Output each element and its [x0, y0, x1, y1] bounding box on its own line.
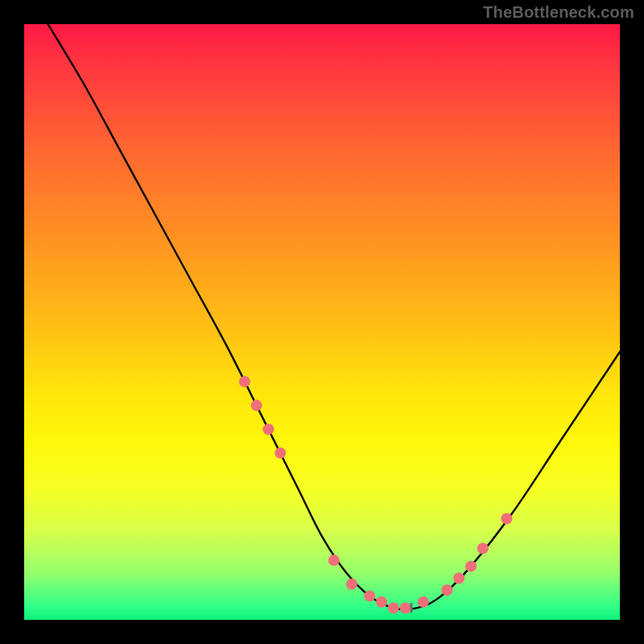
highlighted-point — [376, 597, 387, 608]
highlighted-point — [418, 597, 429, 608]
highlighted-point — [465, 560, 477, 572]
highlighted-point — [477, 543, 489, 554]
highlighted-point — [239, 376, 250, 387]
highlighted-point — [275, 448, 286, 459]
chart-frame: TheBottleneck.com — [0, 0, 644, 644]
highlighted-point — [251, 400, 262, 411]
highlighted-point — [400, 602, 411, 613]
minimum-tick-mark — [411, 603, 413, 613]
highlighted-point — [346, 579, 357, 590]
highlighted-points-group — [239, 376, 513, 613]
highlighted-point — [388, 602, 399, 613]
highlighted-point — [501, 513, 512, 524]
highlighted-point — [262, 423, 274, 435]
watermark-text: TheBottleneck.com — [483, 3, 634, 22]
highlighted-point — [441, 584, 452, 596]
bottleneck-curve-line — [48, 24, 620, 609]
highlighted-point — [328, 555, 340, 566]
highlighted-point — [453, 572, 464, 584]
chart-svg — [24, 24, 620, 620]
plot-area — [24, 24, 620, 620]
highlighted-point — [364, 590, 375, 601]
